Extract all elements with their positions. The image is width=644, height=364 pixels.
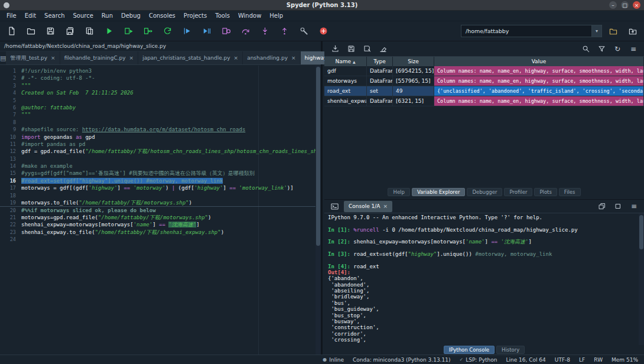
menu-help[interactable]: Help (265, 11, 287, 21)
code-line[interactable]: 19motorways.to_file("/home/fattabby/下載/m… (0, 199, 321, 206)
code-line[interactable]: 11#import pandas as pd (0, 141, 321, 148)
new-window-button[interactable] (595, 200, 609, 213)
column-header-value[interactable]: Value (434, 57, 644, 66)
editor-scrollbar-thumb[interactable] (316, 67, 320, 246)
rerun-cell-button[interactable] (160, 24, 175, 39)
panel-tab-debugger[interactable]: Debugger (467, 188, 502, 196)
step-return-button[interactable] (277, 24, 292, 39)
menu-debug[interactable]: Debug (117, 11, 145, 21)
run-cell-button[interactable] (121, 24, 136, 39)
code-line[interactable]: 12gdf = gpd.read_file("/home/fattabby/下載… (0, 148, 321, 155)
spyder-tools-button[interactable] (316, 24, 331, 39)
save-file-button[interactable] (43, 24, 58, 39)
editor-scrollbar[interactable] (316, 66, 321, 355)
close-tab-icon[interactable]: × (234, 55, 239, 61)
close-tab-icon[interactable]: × (51, 55, 56, 61)
code-line[interactable]: 13 (0, 155, 321, 162)
debug-cell-button[interactable] (218, 24, 234, 39)
maximize-button[interactable]: □ (621, 1, 629, 9)
editor-tab-japan_christians_stats_handle-py[interactable]: japan_christians_stats_handle.py× (138, 51, 243, 64)
editor-tab-filehandle_trainingC-py[interactable]: filehandle_trainingC.py× (60, 51, 138, 64)
file-switcher-button[interactable] (82, 24, 97, 39)
code-line[interactable]: 14#make an example (0, 162, 321, 170)
code-line[interactable]: 9#shapefile source: https://data.humdata… (0, 126, 321, 133)
code-line[interactable]: 2# -*- coding: utf-8 -*- (0, 74, 321, 82)
preferences-button[interactable] (296, 24, 312, 39)
variable-row-road_ext[interactable]: road_extset49{'unclassified', 'abandoned… (324, 86, 644, 96)
code-line[interactable]: 17motorways = gdf[(gdf['highway'] == 'mo… (0, 184, 321, 191)
save-data-button[interactable] (344, 43, 358, 56)
menu-file[interactable]: File (2, 11, 21, 21)
chevron-down-icon[interactable]: ▾ (592, 25, 602, 37)
interrupt-kernel-button[interactable] (611, 200, 625, 213)
parent-directory-button[interactable] (625, 24, 640, 39)
editor-tab-anshandling-py[interactable]: anshandling.py× (243, 51, 300, 64)
code-line[interactable]: 20#%%if motorways sliced ok, please do b… (0, 206, 321, 213)
editor-tab--_test-py[interactable]: 管理用_test.py× (6, 51, 60, 64)
console-scrollbar[interactable] (639, 213, 644, 345)
panel-tab-profiler[interactable]: Profiler (504, 188, 532, 196)
options-menu-button[interactable]: ≡ (626, 43, 640, 56)
debug-file-button[interactable] (199, 24, 214, 39)
panel-tab-variable-explorer[interactable]: Variable Explorer (412, 188, 466, 196)
open-file-button[interactable] (23, 24, 39, 39)
console-output[interactable]: IPython 9.7.0 -- An enhanced Interactive… (324, 213, 639, 345)
step-into-button[interactable] (257, 24, 273, 39)
menu-source[interactable]: Source (69, 11, 97, 21)
code-line[interactable]: 10import geopandas as gpd (0, 134, 321, 141)
column-header-size[interactable]: Size (393, 57, 434, 66)
step-over-button[interactable] (238, 24, 253, 39)
browse-working-directory-button[interactable] (605, 24, 621, 39)
code-line[interactable]: 7""" (0, 111, 321, 118)
search-variables-button[interactable] (578, 43, 593, 56)
code-line[interactable]: 18 (0, 192, 321, 199)
file-list-icon[interactable]: ▤ (0, 51, 6, 64)
editor-body[interactable]: 1#!/usr/bin/env python32# -*- coding: ut… (0, 66, 321, 355)
console-scrollbar-thumb[interactable] (639, 215, 643, 249)
remove-all-variables-button[interactable] (376, 43, 390, 56)
code-line[interactable]: 21motorways=gpd.read_file("/home/fattabb… (0, 214, 321, 221)
menu-search[interactable]: Search (40, 11, 69, 21)
column-header-name[interactable]: Name▲ (324, 57, 367, 66)
menu-run[interactable]: Run (97, 11, 117, 21)
panel-tab-files[interactable]: Files (559, 188, 581, 196)
column-header-type[interactable]: Type (367, 57, 393, 66)
code-line[interactable]: 24 (0, 236, 321, 243)
menu-consoles[interactable]: Consoles (145, 11, 180, 21)
console-bottom-tab-ipython-console[interactable]: IPython Console (444, 346, 495, 354)
code-line[interactable]: 22shenhai_expway=motorways[motorways['na… (0, 221, 321, 228)
import-data-button[interactable] (328, 43, 342, 56)
code-line[interactable]: 23shenhai_expway.to_file("/home/fattabby… (0, 229, 321, 236)
code-line[interactable]: 3""" (0, 82, 321, 89)
new-file-button[interactable] (4, 24, 19, 39)
run-selection-button[interactable] (179, 24, 195, 39)
close-button[interactable]: × (633, 1, 640, 9)
menu-tools[interactable]: Tools (211, 11, 234, 21)
code-line[interactable]: 8 (0, 119, 321, 126)
minimize-button[interactable]: – (609, 1, 617, 9)
variable-row-motorways[interactable]: motorwaysDataFrame[557965, 15]Column nam… (324, 76, 644, 86)
menu-edit[interactable]: Edit (21, 11, 40, 21)
run-file-button[interactable] (101, 24, 117, 39)
code-line[interactable]: 5 (0, 97, 321, 104)
console-tab[interactable]: Console 1/A × (344, 201, 392, 212)
panel-tab-help[interactable]: Help (388, 188, 409, 196)
code-line[interactable]: 6@author: fattabby (0, 104, 321, 111)
code-line[interactable]: 4Created on Sat Feb 7 21:11:25 2026 (0, 89, 321, 96)
code-line[interactable]: 1#!/usr/bin/env python3 (0, 67, 321, 74)
panel-tab-plots[interactable]: Plots (534, 188, 557, 196)
variable-row-gdf[interactable]: gdfDataFrame[6954215, 15]Column names: n… (324, 66, 644, 76)
save-all-button[interactable] (62, 24, 78, 39)
close-tab-icon[interactable]: × (129, 55, 134, 61)
close-tab-icon[interactable]: × (291, 55, 296, 61)
working-directory-combobox[interactable]: /home/fattabby (461, 25, 592, 37)
code-line[interactable]: 16#road_ext=set(gdf["highway"].unique())… (0, 177, 321, 184)
options-menu-button[interactable]: ≡ (627, 200, 641, 213)
menu-window[interactable]: Window (234, 11, 265, 21)
refresh-variables-button[interactable]: ↻ (610, 43, 625, 56)
filter-variables-button[interactable] (594, 43, 609, 56)
code-line[interactable]: 15#yygs=gdf[gdf["name"]=='番茄高速'] #我要知道中國… (0, 170, 321, 177)
variable-row-shenhai_expway[interactable]: shenhai_expwayDataFrame[6321, 15]Column … (324, 96, 644, 106)
menu-projects[interactable]: Projects (180, 11, 211, 21)
console-bottom-tab-history[interactable]: History (496, 346, 525, 354)
